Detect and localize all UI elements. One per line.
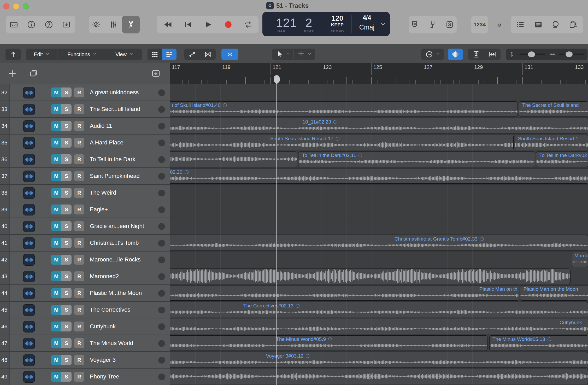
mute-button[interactable]: M [51, 322, 61, 331]
record-enable-button[interactable]: R [74, 154, 84, 164]
solo-button[interactable]: S [61, 87, 72, 97]
track-name[interactable]: The Minus World [90, 335, 133, 351]
audio-region[interactable]: The Secret of Skull Island [519, 101, 588, 117]
snap-menu[interactable] [421, 49, 444, 60]
note-pads-icon[interactable] [534, 20, 543, 29]
track-header-row[interactable]: 32MSRA great unkindness [0, 84, 170, 101]
track-name[interactable]: A great unkindness [90, 84, 139, 101]
record-enable-button[interactable]: R [74, 221, 84, 231]
solo-mode-icon[interactable] [445, 20, 454, 29]
toolbar-toggle-icon[interactable] [62, 20, 71, 29]
solo-button[interactable]: S [61, 238, 72, 248]
audio-region[interactable]: Marooned [572, 252, 588, 267]
bar-ruler[interactable]: 117119121123125127129131133 [170, 63, 588, 85]
close-window-button[interactable] [3, 3, 9, 9]
ruler-tick-band[interactable] [170, 75, 588, 85]
audio-region[interactable]: #02.20 [170, 168, 588, 184]
cycle-icon[interactable] [244, 20, 253, 29]
solo-button[interactable]: S [61, 288, 72, 298]
track-header-row[interactable]: 44MSRPlastic M...the Moon [0, 285, 170, 302]
track-name[interactable]: Audio 11 [90, 118, 112, 134]
track-name[interactable]: The Correctives [90, 302, 130, 318]
audio-region[interactable]: Christmastime at Grant's Tomb#02.33 [170, 235, 588, 250]
track-name[interactable]: Maroone...ile Rocks [90, 252, 140, 268]
mute-button[interactable]: M [51, 104, 61, 114]
record-enable-button[interactable]: R [74, 288, 84, 298]
scissors-split-icon[interactable]: ✂ [122, 16, 140, 33]
solo-button[interactable]: S [61, 205, 72, 214]
track-header-row[interactable]: 40MSRGracie an...een Night [0, 218, 170, 235]
track-header-row[interactable]: 45MSRThe Correctives [0, 302, 170, 318]
lcd-tempo-value[interactable]: 120 [323, 14, 351, 22]
tuner-icon[interactable] [428, 20, 437, 29]
lcd-bar-value[interactable]: 121 [266, 16, 297, 30]
inspector-info-icon[interactable] [27, 20, 36, 29]
mute-button[interactable]: M [51, 205, 61, 214]
record-icon[interactable] [224, 20, 233, 29]
edit-menu[interactable]: Edit [26, 49, 57, 60]
audio-region[interactable] [170, 151, 297, 167]
track-name[interactable]: Marooned2 [90, 268, 119, 284]
record-enable-button[interactable]: R [74, 305, 84, 315]
track-name[interactable]: Eagle+ [90, 201, 108, 218]
mute-button[interactable]: M [51, 255, 61, 265]
record-enable-button[interactable]: R [74, 138, 84, 148]
tracks-view-button-selected[interactable] [162, 49, 177, 60]
track-header-row[interactable]: 42MSRMaroone...ile Rocks [0, 252, 170, 268]
rewind-icon[interactable] [163, 20, 172, 29]
solo-button[interactable]: S [61, 271, 72, 281]
track-header-row[interactable]: 34MSRAudio 11 [0, 118, 170, 135]
audio-region[interactable]: South Seas Island Resort.1 [515, 135, 588, 150]
solo-button[interactable]: S [61, 255, 72, 265]
track-name[interactable]: Plastic M...the Moon [90, 285, 142, 301]
audio-region[interactable]: The Minus World#05.13 [489, 335, 588, 351]
mute-button[interactable]: M [51, 154, 61, 164]
record-enable-button[interactable]: R [74, 271, 84, 281]
command-click-tool-menu[interactable] [293, 49, 315, 60]
go-to-beginning-icon[interactable] [184, 20, 192, 29]
smart-controls-icon[interactable] [92, 20, 101, 29]
mute-button[interactable]: M [51, 171, 61, 181]
mute-button[interactable]: M [51, 121, 61, 131]
mixer-icon[interactable] [109, 20, 118, 29]
audio-region[interactable]: South Seas Island Resort.17 [170, 135, 514, 150]
track-name[interactable]: Saint Pumpkinhead [90, 168, 140, 184]
vertical-auto-zoom-button[interactable] [468, 49, 484, 60]
solo-button[interactable]: S [61, 154, 72, 164]
track-name[interactable]: Gracie an...een Night [90, 218, 144, 234]
lcd-beat-value[interactable]: 2 [301, 16, 317, 30]
record-enable-button[interactable]: R [74, 255, 84, 265]
audio-region[interactable]: 10_11#02.23 [170, 118, 588, 133]
track-header-row[interactable]: 43MSRMarooned2 [0, 268, 170, 285]
audio-region[interactable]: Cuttyhunk [170, 319, 588, 334]
audio-region[interactable]: To Tell in the Dark#02.11 [298, 151, 535, 167]
add-track-button[interactable] [8, 69, 17, 79]
record-enable-button[interactable]: R [74, 188, 84, 198]
functions-menu[interactable]: Functions [57, 49, 107, 60]
track-header-row[interactable]: 48MSRVoyager 3 [0, 352, 170, 369]
solo-button[interactable]: S [61, 355, 72, 365]
library-icon[interactable] [9, 20, 18, 29]
left-click-tool-menu[interactable] [272, 49, 293, 60]
lcd-mode-chevron-icon[interactable] [380, 21, 386, 27]
track-name[interactable]: Voyager 3 [90, 352, 116, 368]
solo-button[interactable]: S [61, 338, 72, 348]
solo-button[interactable]: S [61, 171, 72, 181]
record-enable-button[interactable]: R [74, 338, 84, 348]
solo-button[interactable]: S [61, 121, 72, 131]
solo-button[interactable]: S [61, 104, 72, 114]
track-header-row[interactable]: 35MSRA Hard Place [0, 135, 170, 151]
track-header-row[interactable]: 46MSRCuttyhunk [0, 318, 170, 335]
track-name[interactable]: Phony Tree [90, 369, 119, 385]
mute-button[interactable]: M [51, 355, 61, 365]
view-menu[interactable]: View [107, 49, 142, 60]
mute-button[interactable]: M [51, 305, 61, 315]
audio-region[interactable] [170, 369, 588, 384]
solo-button[interactable]: S [61, 221, 72, 231]
grid-view-button[interactable] [148, 49, 162, 60]
count-in-button[interactable]: 1234 [471, 16, 488, 33]
mute-button[interactable]: M [51, 372, 61, 382]
audio-region[interactable] [170, 269, 571, 284]
quick-help-icon[interactable] [44, 20, 53, 29]
audio-region[interactable]: To Tell in the Dark#02 [536, 151, 588, 167]
